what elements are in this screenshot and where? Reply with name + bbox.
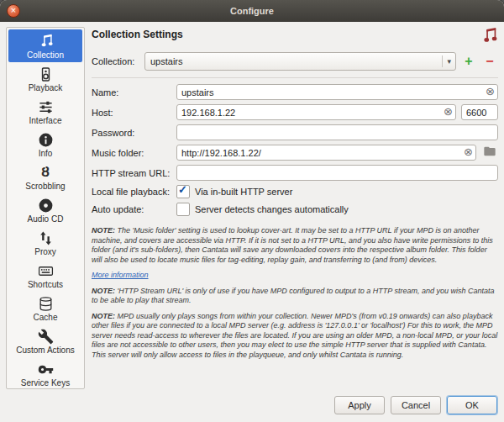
auto-update-checkbox[interactable]	[176, 203, 190, 216]
add-collection-button[interactable]: +	[460, 54, 477, 69]
sliders-icon	[37, 98, 54, 115]
local-file-playback-option: Via in-built HTTP server	[195, 187, 292, 197]
sidebar-item-collection[interactable]: Collection	[8, 29, 82, 62]
configure-dialog: × Configure Collection Playback Interfac…	[0, 0, 504, 422]
sidebar-item-label: Custom Actions	[16, 346, 74, 355]
sidebar-item-audio-cd[interactable]: Audio CD	[8, 193, 82, 226]
local-file-playback-checkbox[interactable]	[176, 185, 190, 198]
sidebar-item-label: Cache	[34, 313, 58, 322]
browse-folder-button[interactable]	[481, 145, 498, 161]
host-label: Host:	[92, 108, 171, 118]
sidebar-item-label: Collection	[27, 50, 64, 60]
window-title: Configure	[230, 6, 274, 16]
auto-update-option: Server detects changes automatically	[195, 204, 349, 214]
cd-icon	[37, 197, 54, 214]
note-music-folder: NOTE: The 'Music folder' setting is used…	[92, 226, 498, 265]
close-button[interactable]: ×	[7, 4, 20, 18]
sidebar: Collection Playback Interface Info Ȣ Scr…	[6, 27, 85, 389]
clear-icon[interactable]: ⊗	[464, 146, 473, 158]
sidebar-item-scrobbling[interactable]: Ȣ Scrobbling	[8, 161, 82, 193]
music-note-icon	[37, 33, 54, 50]
http-stream-url-label: HTTP stream URL:	[92, 168, 171, 178]
remove-collection-button[interactable]: −	[481, 54, 498, 69]
collection-settings-panel: Collection Settings Collection: upstairs…	[92, 27, 498, 389]
password-input[interactable]	[176, 124, 498, 140]
proxy-icon	[37, 229, 54, 246]
info-icon	[37, 131, 54, 148]
sidebar-item-cache[interactable]: Cache	[8, 292, 82, 324]
collection-combobox[interactable]: upstairs ▾	[144, 52, 456, 71]
folder-icon	[483, 145, 496, 161]
cancel-button[interactable]: Cancel	[391, 396, 441, 414]
titlebar: × Configure	[0, 0, 504, 22]
name-input[interactable]	[176, 84, 498, 100]
music-folder-input[interactable]	[176, 145, 476, 161]
collection-label: Collection:	[92, 56, 140, 66]
music-notes-icon	[480, 27, 498, 45]
separator	[92, 77, 498, 78]
sidebar-item-label: Info	[39, 149, 53, 158]
note-http-stream: NOTE: 'HTTP Stream URL' is only of use i…	[92, 287, 498, 306]
more-information-link[interactable]: More information	[92, 271, 149, 281]
page-title: Collection Settings	[92, 27, 183, 40]
speaker-icon	[37, 66, 54, 82]
sidebar-item-label: Service Keys	[21, 378, 70, 388]
apply-button[interactable]: Apply	[334, 396, 385, 414]
dialog-buttons: Apply Cancel OK	[0, 389, 504, 422]
port-input[interactable]	[461, 104, 498, 120]
notes-section: NOTE: The 'Music folder' setting is used…	[92, 226, 498, 366]
wrench-icon	[37, 328, 54, 345]
content: Collection Playback Interface Info Ȣ Scr…	[0, 22, 504, 389]
sidebar-item-label: Proxy	[34, 247, 56, 256]
keyboard-icon	[37, 262, 54, 279]
ok-button[interactable]: OK	[447, 396, 497, 414]
password-label: Password:	[92, 128, 171, 138]
collection-combobox-value: upstairs	[150, 56, 183, 66]
host-input[interactable]	[176, 104, 456, 120]
music-folder-label: Music folder:	[92, 148, 171, 158]
key-icon	[37, 361, 54, 377]
clear-icon[interactable]: ⊗	[486, 86, 495, 98]
clear-icon[interactable]: ⊗	[444, 106, 453, 118]
note-local-playback: NOTE: MPD usually only plays songs from …	[92, 312, 498, 361]
sidebar-item-label: Interface	[29, 116, 62, 125]
sidebar-item-label: Scrobbling	[25, 182, 65, 191]
name-label: Name:	[92, 87, 171, 98]
http-stream-url-input[interactable]	[176, 165, 498, 181]
sidebar-item-label: Audio CD	[28, 214, 64, 224]
close-icon: ×	[11, 5, 16, 15]
scrobbling-icon: Ȣ	[37, 164, 54, 181]
local-file-playback-label: Local file playback:	[92, 187, 171, 197]
sidebar-item-playback[interactable]: Playback	[8, 62, 82, 95]
sidebar-item-service-keys[interactable]: Service Keys	[8, 357, 82, 389]
auto-update-label: Auto update:	[92, 204, 171, 214]
sidebar-item-label: Shortcuts	[28, 280, 63, 289]
sidebar-item-label: Playback	[29, 83, 63, 92]
sidebar-item-interface[interactable]: Interface	[8, 95, 82, 128]
sidebar-item-shortcuts[interactable]: Shortcuts	[8, 259, 82, 292]
sidebar-item-proxy[interactable]: Proxy	[8, 226, 82, 259]
sidebar-item-info[interactable]: Info	[8, 128, 82, 161]
sidebar-item-custom-actions[interactable]: Custom Actions	[8, 324, 82, 357]
chevron-down-icon: ▾	[442, 55, 455, 67]
cache-icon	[37, 295, 54, 312]
